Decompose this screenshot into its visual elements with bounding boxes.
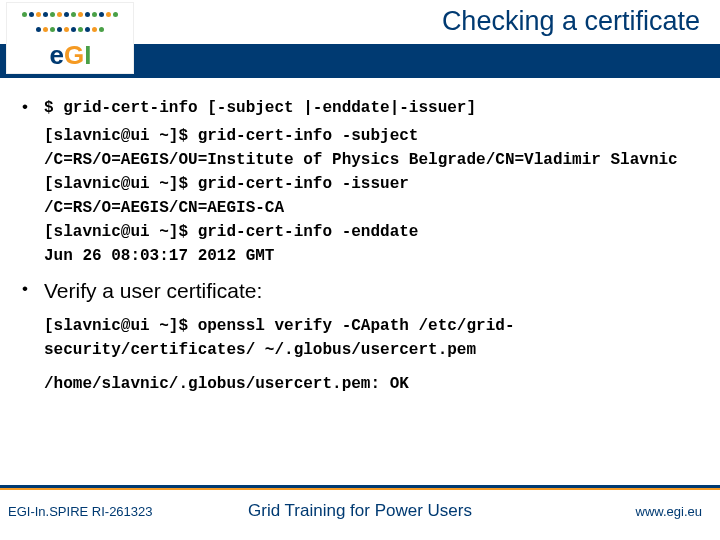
bullet-dot-icon: • xyxy=(22,96,44,268)
terminal-line: [slavnic@ui ~]$ grid-cert-info -subject xyxy=(44,124,698,148)
terminal-line: Jun 26 08:03:17 2012 GMT xyxy=(44,244,698,268)
slide-content: • $ grid-cert-info [-subject |-enddate|-… xyxy=(0,78,720,396)
bullet-item-command: • $ grid-cert-info [-subject |-enddate|-… xyxy=(22,96,698,268)
bullet-item-verify: • Verify a user certificate: xyxy=(22,278,698,304)
egi-logo: eGI xyxy=(6,2,134,74)
slide-header: Checking a certificate eGI xyxy=(0,0,720,78)
logo-dots-icon xyxy=(20,12,120,40)
terminal-line: [slavnic@ui ~]$ grid-cert-info -issuer xyxy=(44,172,698,196)
slide-footer: EGI-In.SPIRE RI-261323 Grid Training for… xyxy=(0,490,720,540)
footer-center-text: Grid Training for Power Users xyxy=(0,501,720,521)
verify-heading: Verify a user certificate: xyxy=(44,278,698,304)
terminal-line: [slavnic@ui ~]$ grid-cert-info -enddate xyxy=(44,220,698,244)
footer-url: www.egi.eu xyxy=(636,504,702,519)
terminal-line: /C=RS/O=AEGIS/OU=Institute of Physics Be… xyxy=(44,148,698,172)
logo-text: eGI xyxy=(50,40,91,71)
terminal-line: /C=RS/O=AEGIS/CN=AEGIS-CA xyxy=(44,196,698,220)
terminal-line: [slavnic@ui ~]$ openssl verify -CApath /… xyxy=(44,314,698,362)
bullet-dot-icon: • xyxy=(22,278,44,304)
command-syntax: $ grid-cert-info [-subject |-enddate|-is… xyxy=(44,96,698,120)
terminal-line: /home/slavnic/.globus/usercert.pem: OK xyxy=(44,372,698,396)
